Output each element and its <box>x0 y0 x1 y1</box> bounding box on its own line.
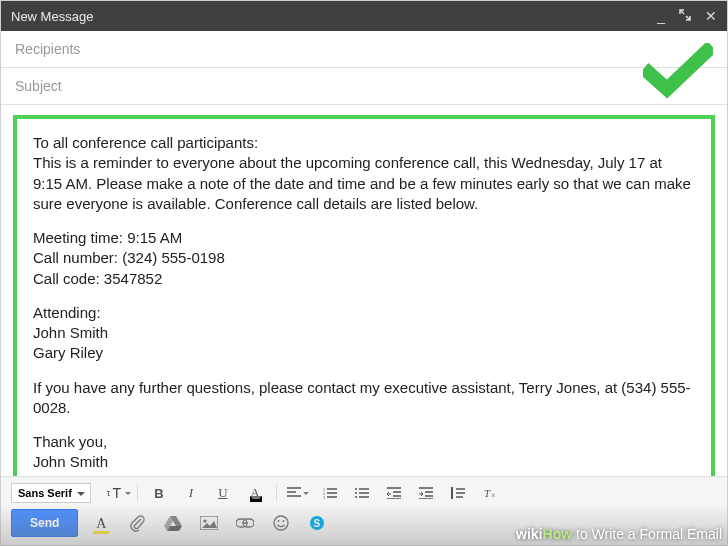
font-family-select[interactable]: Sans Serif <box>11 483 91 503</box>
highlight-A: A <box>96 516 106 531</box>
close-icon[interactable]: ✕ <box>705 9 717 23</box>
svg-point-13 <box>283 520 285 522</box>
subject-field[interactable]: Subject <box>1 68 727 105</box>
svg-point-11 <box>274 516 288 530</box>
body-paragraph: Attending: John Smith Gary Riley <box>33 303 695 364</box>
svg-text:S: S <box>314 518 321 529</box>
svg-text:T: T <box>484 487 491 499</box>
remove-formatting-button[interactable]: T× <box>479 483 501 503</box>
numbered-list-button[interactable]: 123 <box>319 483 341 503</box>
window-controls: _ ✕ <box>657 9 717 23</box>
separator <box>276 484 277 502</box>
recipients-field[interactable]: Recipients <box>1 31 727 68</box>
insert-emoji-button[interactable] <box>268 511 294 535</box>
insert-link-button[interactable] <box>232 511 258 535</box>
body-paragraph: Meeting time: 9:15 AM Call number: (324)… <box>33 228 695 289</box>
expand-icon[interactable] <box>679 9 691 23</box>
svg-point-10 <box>204 519 207 522</box>
italic-button[interactable]: I <box>180 483 202 503</box>
svg-text:×: × <box>491 491 496 499</box>
font-size-select[interactable]: τT <box>101 484 138 502</box>
align-button[interactable] <box>287 483 309 503</box>
indent-less-button[interactable] <box>383 483 405 503</box>
compose-window: New Message _ ✕ Recipients Subject To al… <box>0 0 728 546</box>
skype-button[interactable]: S <box>304 511 330 535</box>
insert-drive-button[interactable] <box>160 511 186 535</box>
body-paragraph: To all conference call participants: Thi… <box>33 133 695 214</box>
send-button[interactable]: Send <box>11 509 78 537</box>
body-paragraph: Thank you, John Smith <box>33 432 695 473</box>
bold-button[interactable]: B <box>148 483 170 503</box>
subject-placeholder: Subject <box>15 78 62 94</box>
svg-rect-6 <box>451 487 453 499</box>
indent-more-button[interactable] <box>415 483 437 503</box>
message-body-area[interactable]: To all conference call participants: Thi… <box>1 105 727 476</box>
svg-point-5 <box>355 496 357 498</box>
minimize-icon[interactable]: _ <box>657 9 665 23</box>
titlebar: New Message _ ✕ <box>1 1 727 31</box>
attach-file-button[interactable] <box>124 511 150 535</box>
example-body-frame: To all conference call participants: Thi… <box>13 115 715 476</box>
bulleted-list-button[interactable] <box>351 483 373 503</box>
window-title: New Message <box>11 9 93 24</box>
underline-button[interactable]: U <box>212 483 234 503</box>
action-row: Send A S <box>11 509 717 537</box>
svg-point-3 <box>355 488 357 490</box>
quote-button[interactable] <box>447 483 469 503</box>
svg-point-4 <box>355 492 357 494</box>
text-color-button[interactable]: A <box>244 483 266 503</box>
svg-point-12 <box>278 520 280 522</box>
font-family-label: Sans Serif <box>18 487 72 499</box>
svg-text:3: 3 <box>323 495 325 499</box>
recipients-placeholder: Recipients <box>15 41 80 57</box>
checkmark-icon <box>643 43 713 103</box>
insert-photo-button[interactable] <box>196 511 222 535</box>
body-paragraph: If you have any further questions, pleas… <box>33 378 695 419</box>
text-highlight-button[interactable]: A <box>88 511 114 535</box>
format-toolbar: Sans Serif τT B I U A 123 <box>1 476 727 545</box>
format-row: Sans Serif τT B I U A 123 <box>11 483 717 503</box>
